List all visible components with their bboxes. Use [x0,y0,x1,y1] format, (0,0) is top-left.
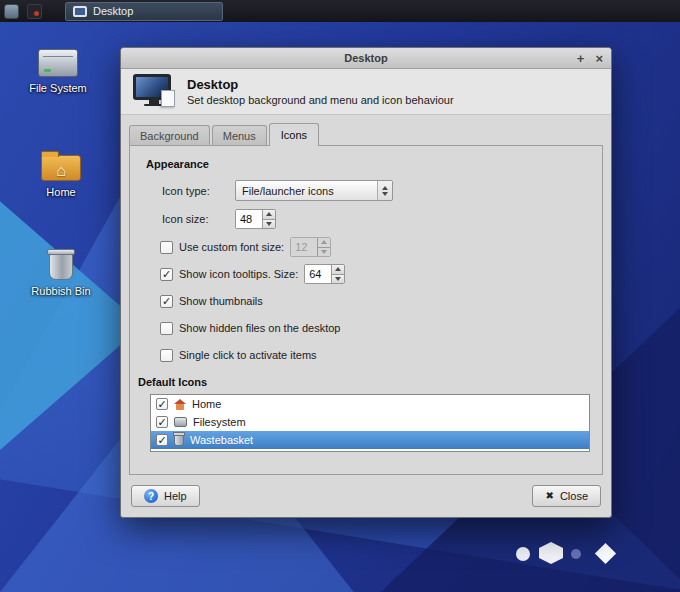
taskbar-window-button[interactable]: Desktop [65,2,223,21]
icon-tooltips-label: Show icon tooltips. Size: [179,268,298,280]
window-controls: + × [577,48,603,68]
window-title: Desktop [344,52,387,64]
spinner-buttons[interactable] [317,238,330,256]
show-thumbnails-label: Show thumbnails [179,295,263,307]
tab-icons[interactable]: Icons [269,123,319,145]
trash-can-icon [49,253,73,280]
show-hidden-files-option: Show hidden files on the desktop [160,318,602,338]
taskbar-window-label: Desktop [93,5,133,17]
dialog-button-bar: Help Close [121,475,611,517]
filesystem-checkbox[interactable] [156,416,168,428]
help-button-label: Help [164,490,187,502]
desktop-icon-label: Rubbish Bin [31,285,90,297]
icons-tab-panel: Appearance Icon type: File/launcher icon… [129,145,603,475]
list-item-label: Wastebasket [190,434,253,446]
home-checkbox[interactable] [156,398,168,410]
drive-icon [174,417,187,427]
home-icon [174,399,186,410]
tab-background[interactable]: Background [129,125,210,145]
icon-type-value: File/launcher icons [236,185,377,197]
single-click-option: Single click to activate items [160,345,602,365]
desktop-icon-file-system[interactable]: File System [12,46,104,94]
appearance-section-title: Appearance [146,158,602,170]
top-panel: Desktop [0,0,680,22]
close-window-button[interactable]: × [595,52,603,65]
dialog-subtitle: Set desktop background and menu and icon… [187,94,454,106]
icon-size-value[interactable]: 48 [236,210,262,228]
icon-type-label: Icon type: [162,185,235,197]
monitor-stand [149,100,159,104]
dialog-header-text: Desktop Set desktop background and menu … [187,77,454,106]
icon-size-label: Icon size: [162,213,235,225]
custom-font-size-spinner[interactable]: 12 [290,237,331,257]
home-folder-icon [41,150,81,181]
tooltip-size-spinner[interactable]: 64 [304,264,345,284]
close-button[interactable]: Close [532,485,601,507]
help-button[interactable]: Help [131,485,200,507]
desktop-icon-label: Home [46,186,75,198]
panel-launcher-icon[interactable] [4,4,19,19]
window-titlebar[interactable]: Desktop + × [121,48,611,69]
combo-arrows-icon [377,181,392,200]
panel-app-icon[interactable] [27,4,42,19]
icon-type-row: Icon type: File/launcher icons [162,180,602,201]
list-item-wastebasket[interactable]: Wastebasket [151,431,589,449]
dialog-title: Desktop [187,77,454,92]
icon-tooltips-checkbox[interactable] [160,268,173,281]
close-icon [545,491,553,501]
list-item-label: Home [192,398,221,410]
wastebasket-checkbox[interactable] [156,434,168,446]
custom-font-size-value[interactable]: 12 [291,238,317,256]
help-icon [144,489,158,503]
spinner-buttons[interactable] [262,210,275,228]
hard-drive-icon [38,49,78,77]
icon-size-row: Icon size: 48 [162,209,602,229]
maximize-button[interactable]: + [577,52,585,65]
tab-bar: Background Menus Icons [129,123,611,145]
desktop-icon-home[interactable]: Home [15,150,107,198]
icon-type-select[interactable]: File/launcher icons [235,180,393,201]
custom-font-size-label: Use custom font size: [179,241,284,253]
page-icon [161,90,175,107]
list-item-filesystem[interactable]: Filesystem [151,413,589,431]
custom-font-size-option: Use custom font size: 12 [160,237,602,257]
custom-font-size-checkbox[interactable] [160,241,173,254]
tab-menus[interactable]: Menus [212,125,267,145]
house-glyph-icon [41,162,81,180]
list-item-home[interactable]: Home [151,395,589,413]
wallpaper-dot-icon [571,549,581,559]
list-item-label: Filesystem [193,416,246,428]
desktop-settings-icon [133,74,175,110]
icon-tooltips-option: Show icon tooltips. Size: 64 [160,264,602,284]
single-click-label: Single click to activate items [179,349,317,361]
icon-size-spinner[interactable]: 48 [235,209,276,229]
tooltip-size-value[interactable]: 64 [305,265,331,283]
desktop-settings-window: Desktop + × Desktop Set desktop backgrou… [120,47,612,518]
trash-icon [174,434,184,446]
window-monitor-icon [73,6,87,17]
desktop-icon-label: File System [29,82,86,94]
show-thumbnails-option: Show thumbnails [160,291,602,311]
wallpaper-circle-icon [516,547,530,561]
default-icons-list: Home Filesystem Wastebasket [150,394,590,452]
desktop-icon-rubbish-bin[interactable]: Rubbish Bin [15,248,107,297]
spinner-buttons[interactable] [331,265,344,283]
show-hidden-files-checkbox[interactable] [160,322,173,335]
default-icons-section-title: Default Icons [138,376,602,388]
dialog-header: Desktop Set desktop background and menu … [121,69,611,115]
close-button-label: Close [560,490,588,502]
show-thumbnails-checkbox[interactable] [160,295,173,308]
single-click-checkbox[interactable] [160,349,173,362]
show-hidden-files-label: Show hidden files on the desktop [179,322,340,334]
